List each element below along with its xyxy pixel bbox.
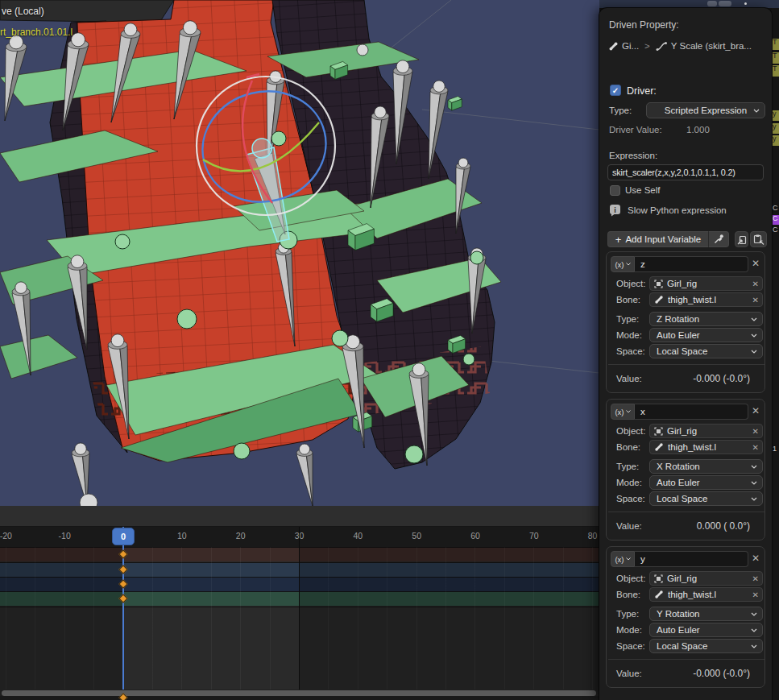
viewport-mode-overlay: ve (Local) xyxy=(2,6,44,17)
delete-variable-button[interactable]: ✕ xyxy=(752,406,760,416)
joint-sphere[interactable] xyxy=(357,44,368,56)
joint-sphere-green[interactable] xyxy=(463,354,474,365)
joint-sphere[interactable] xyxy=(375,106,387,118)
channel-type-value: Y Rotation xyxy=(657,609,700,619)
variable-value: -0.000 (-0.0°) xyxy=(629,373,750,384)
joint-sphere-green[interactable] xyxy=(115,234,130,249)
driver-type-dropdown[interactable]: Scripted Expression xyxy=(646,102,765,118)
joint-sphere[interactable] xyxy=(71,33,85,47)
joint-sphere-green[interactable] xyxy=(271,131,286,146)
viewport-scene[interactable] xyxy=(0,0,599,506)
clear-object-icon[interactable]: ✕ xyxy=(752,280,759,288)
channel-type-dropdown[interactable]: X Rotation xyxy=(649,459,763,474)
joint-sphere-green[interactable] xyxy=(470,251,483,264)
joint-sphere[interactable] xyxy=(111,334,124,347)
info-icon: i xyxy=(609,204,621,217)
channel-type-value: Z Rotation xyxy=(657,314,699,324)
space-dropdown[interactable]: Local Space xyxy=(649,344,763,358)
joint-sphere[interactable] xyxy=(124,23,137,36)
clear-bone-icon[interactable]: ✕ xyxy=(752,590,759,599)
joint-sphere[interactable] xyxy=(75,443,87,455)
timeline-editor[interactable]: -20-101020304050607080 0 xyxy=(0,506,599,700)
joint-sphere[interactable] xyxy=(433,81,445,93)
playhead-handle[interactable]: 0 xyxy=(112,528,135,545)
type-label: Type: xyxy=(616,462,639,471)
space-dropdown[interactable]: Local Space xyxy=(649,491,763,506)
clear-object-icon[interactable]: ✕ xyxy=(752,427,759,436)
timeline-body[interactable] xyxy=(0,607,599,690)
add-input-variable-button[interactable]: + Add Input Variable xyxy=(607,231,708,247)
channel-row-z[interactable] xyxy=(0,577,599,591)
ruler-label: 50 xyxy=(412,531,421,541)
edge-strip-item: C xyxy=(772,226,779,235)
timeline-scrollbar-track[interactable] xyxy=(0,690,599,696)
joint-sphere[interactable] xyxy=(458,158,468,168)
use-self-label[interactable]: Use Self xyxy=(625,185,660,195)
object-icon xyxy=(654,427,663,436)
joint-sphere-green[interactable] xyxy=(405,445,423,463)
variable-type-button[interactable]: (x) xyxy=(611,256,635,272)
object-label: Object: xyxy=(616,279,645,288)
joint-sphere[interactable] xyxy=(396,60,409,73)
rotation-mode-dropdown[interactable]: Auto Euler xyxy=(649,328,763,342)
use-self-checkbox[interactable] xyxy=(610,185,620,196)
object-label: Object: xyxy=(616,574,645,583)
bone-icon xyxy=(608,41,619,52)
channel-type-dropdown[interactable]: Y Rotation xyxy=(649,607,763,621)
joint-sphere-green[interactable] xyxy=(177,309,197,329)
joint-sphere[interactable] xyxy=(412,363,425,376)
joint-sphere-green[interactable] xyxy=(234,443,250,459)
viewport-3d[interactable]: ve (Local) rt_branch.01.01.l xyxy=(0,0,599,506)
bone-value: thigh_twist.l xyxy=(668,442,716,452)
copy-variables-button[interactable] xyxy=(735,231,748,247)
clear-object-icon[interactable]: ✕ xyxy=(752,574,759,583)
delete-variable-button[interactable]: ✕ xyxy=(752,553,760,563)
channel-type-dropdown[interactable]: Z Rotation xyxy=(649,312,763,326)
object-field[interactable]: Girl_rig ✕ xyxy=(649,571,763,586)
bone-field[interactable]: thigh_twist.l ✕ xyxy=(649,440,763,454)
delete-variable-button[interactable]: ✕ xyxy=(752,259,760,268)
breadcrumb-object[interactable]: Gi... xyxy=(622,41,639,51)
rotation-mode-dropdown[interactable]: Auto Euler xyxy=(649,623,763,637)
object-field[interactable]: Girl_rig ✕ xyxy=(649,276,763,291)
clear-bone-icon[interactable]: ✕ xyxy=(752,443,759,452)
blender-window: ve (Local) rt_branch.01.01.l -20-1010203… xyxy=(0,0,779,700)
ruler-label: -20 xyxy=(0,531,12,541)
driver-value: 1.000 xyxy=(686,125,710,135)
edge-strip-item: T xyxy=(772,65,779,77)
variable-name-input[interactable]: x xyxy=(635,404,748,420)
timeline-scrollbar[interactable] xyxy=(2,690,596,696)
timeline-ruler[interactable]: -20-101020304050607080 xyxy=(0,527,599,547)
joint-sphere[interactable] xyxy=(299,444,309,454)
expression-input[interactable]: skirt_scaler(z,x,y,2,0.1,0.1,1, 0.2) xyxy=(607,164,764,180)
channel-row-w[interactable] xyxy=(0,591,599,606)
chevron-down-icon xyxy=(751,317,757,321)
joint-sphere[interactable] xyxy=(71,255,84,268)
active-bone-overlay: rt_branch.01.01.l xyxy=(0,27,73,38)
bone-value: thigh_twist.l xyxy=(668,295,716,304)
variable-type-button[interactable]: (x) xyxy=(611,404,635,420)
variable-name: z xyxy=(640,259,645,269)
joint-sphere[interactable] xyxy=(15,282,27,294)
variable-type-button[interactable]: (x) xyxy=(611,551,635,567)
driver-checkbox-label[interactable]: Driver: xyxy=(627,85,657,97)
object-field[interactable]: Girl_rig ✕ xyxy=(649,424,763,438)
rotation-mode-dropdown[interactable]: Auto Euler xyxy=(649,475,763,490)
joint-sphere-green[interactable] xyxy=(332,330,348,346)
header-pill xyxy=(707,1,717,6)
joint-sphere[interactable] xyxy=(183,21,197,35)
channel-row-y[interactable] xyxy=(0,562,599,577)
bone-field[interactable]: thigh_twist.l ✕ xyxy=(649,292,763,307)
slow-python-info: i Slow Python expression xyxy=(609,204,727,217)
channel-row-x[interactable] xyxy=(0,547,599,561)
variable-name-input[interactable]: y xyxy=(635,551,748,567)
variable-name-input[interactable]: z xyxy=(635,256,748,272)
space-dropdown[interactable]: Local Space xyxy=(649,639,763,653)
bone-field[interactable]: thigh_twist.l ✕ xyxy=(649,587,763,602)
breadcrumb-property[interactable]: Y Scale (skirt_bra... xyxy=(671,41,752,51)
breadcrumb-separator: > xyxy=(642,41,653,51)
clear-bone-icon[interactable]: ✕ xyxy=(752,296,759,304)
driver-checkbox[interactable]: ✓ xyxy=(610,85,621,96)
paste-variables-button[interactable] xyxy=(750,231,767,247)
eyedropper-button[interactable] xyxy=(708,231,729,247)
